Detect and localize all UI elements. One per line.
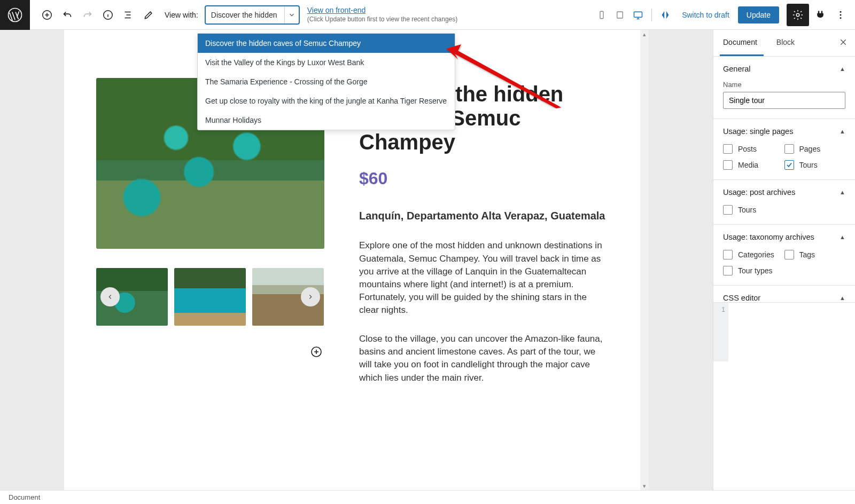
section-title: CSS editor bbox=[723, 294, 760, 302]
info-button[interactable] bbox=[98, 5, 118, 25]
svg-point-8 bbox=[840, 14, 842, 15]
section-usage-single: Usage: single pages ▲ Posts Pages Media bbox=[713, 119, 855, 180]
view-with-input[interactable] bbox=[206, 11, 284, 19]
svg-rect-5 bbox=[634, 12, 642, 17]
carousel-prev-button[interactable] bbox=[100, 287, 120, 306]
checkbox-archive-tours[interactable]: Tours bbox=[723, 205, 845, 215]
checkbox-label: Tour types bbox=[738, 266, 773, 275]
section-usage-post-header[interactable]: Usage: post archives ▲ bbox=[723, 188, 845, 196]
tour-paragraph[interactable]: Explore one of the most hidden and unkno… bbox=[359, 239, 608, 317]
css-textarea[interactable] bbox=[728, 303, 855, 361]
section-usage-taxonomy: Usage: taxonomy archives ▲ Categories Ta… bbox=[713, 225, 855, 286]
view-with-select[interactable] bbox=[205, 5, 300, 25]
scroll-down-icon[interactable]: ▾ bbox=[640, 482, 649, 490]
add-block-inline-button[interactable] bbox=[308, 344, 324, 360]
checkbox-tour-types[interactable]: Tour types bbox=[723, 266, 784, 275]
dropdown-option[interactable]: Get up close to royalty with the king of… bbox=[198, 91, 455, 111]
caret-up-icon: ▲ bbox=[840, 295, 845, 301]
section-title: Usage: single pages bbox=[723, 127, 793, 136]
sidebar-tabs: Document Block bbox=[713, 30, 855, 57]
close-sidebar-button[interactable] bbox=[839, 38, 848, 49]
content-column: Discover the hidden caves of Semuc Champ… bbox=[359, 78, 608, 469]
caret-up-icon: ▲ bbox=[840, 189, 845, 195]
device-mobile-button[interactable] bbox=[594, 5, 610, 25]
svg-rect-3 bbox=[600, 11, 603, 19]
device-desktop-button[interactable] bbox=[630, 5, 646, 25]
outline-button[interactable] bbox=[119, 5, 138, 25]
breadcrumb-item[interactable]: Document bbox=[9, 493, 40, 501]
css-line-gutter: 1 bbox=[713, 303, 728, 361]
plugin-icon[interactable] bbox=[811, 4, 829, 26]
tour-paragraph[interactable]: Close to the village, you can uncover th… bbox=[359, 333, 608, 384]
svg-point-9 bbox=[840, 17, 842, 19]
navigator-toggle-button[interactable] bbox=[657, 5, 673, 25]
thumbnail-carousel bbox=[96, 268, 324, 326]
dropdown-option[interactable]: Visit the Valley of the Kings by Luxor W… bbox=[198, 53, 455, 72]
section-title: General bbox=[723, 65, 751, 73]
section-general-header[interactable]: General ▲ bbox=[723, 65, 845, 73]
toolbar-right-group: Switch to draft Update bbox=[594, 4, 855, 26]
tour-price[interactable]: $60 bbox=[359, 169, 608, 188]
edit-button[interactable] bbox=[139, 5, 158, 25]
undo-button[interactable] bbox=[58, 5, 77, 25]
checkbox-label: Categories bbox=[738, 250, 774, 259]
caret-up-icon: ▲ bbox=[840, 128, 845, 135]
gallery-column bbox=[96, 78, 324, 469]
add-block-button[interactable] bbox=[37, 5, 57, 25]
checkbox-label: Pages bbox=[799, 145, 821, 153]
more-options-button[interactable] bbox=[831, 4, 850, 26]
section-usage-post-archives: Usage: post archives ▲ Tours bbox=[713, 180, 855, 225]
checkbox-pages[interactable]: Pages bbox=[784, 144, 846, 154]
checkbox-label: Tours bbox=[799, 161, 818, 169]
redo-button[interactable] bbox=[78, 5, 97, 25]
name-input[interactable] bbox=[723, 92, 845, 109]
checkbox-tours[interactable]: Tours bbox=[784, 160, 846, 170]
view-with-label: View with: bbox=[165, 11, 198, 19]
front-end-link-group: View on front-end (Click Update button f… bbox=[307, 6, 457, 23]
section-css-editor: CSS editor ▲ bbox=[713, 286, 855, 303]
checkbox-label: Tags bbox=[799, 250, 815, 259]
svg-rect-4 bbox=[617, 12, 623, 18]
section-title: Usage: taxonomy archives bbox=[723, 233, 814, 241]
tab-document[interactable]: Document bbox=[713, 30, 767, 56]
svg-point-6 bbox=[796, 13, 799, 17]
caret-up-icon: ▲ bbox=[840, 66, 845, 72]
checkbox-tags[interactable]: Tags bbox=[784, 250, 846, 259]
section-css-editor-header[interactable]: CSS editor ▲ bbox=[723, 294, 845, 302]
chevron-down-icon[interactable] bbox=[284, 6, 299, 23]
checkbox-label: Tours bbox=[738, 206, 756, 214]
scroll-up-icon[interactable]: ▴ bbox=[640, 30, 649, 38]
view-with-dropdown[interactable]: Discover the hidden caves of Semuc Champ… bbox=[197, 33, 455, 130]
device-tablet-button[interactable] bbox=[612, 5, 628, 25]
checkbox-posts[interactable]: Posts bbox=[723, 144, 784, 154]
carousel-next-button[interactable] bbox=[301, 287, 320, 306]
section-general: General ▲ Name bbox=[713, 57, 855, 119]
section-usage-taxonomy-header[interactable]: Usage: taxonomy archives ▲ bbox=[723, 233, 845, 241]
settings-button[interactable] bbox=[787, 4, 809, 26]
name-field-label: Name bbox=[723, 81, 845, 89]
checkbox-label: Media bbox=[738, 161, 758, 169]
caret-up-icon: ▲ bbox=[840, 234, 845, 240]
toolbar-separator bbox=[651, 9, 652, 21]
checkbox-media[interactable]: Media bbox=[723, 160, 784, 170]
dropdown-option[interactable]: The Samaria Experience - Crossing of the… bbox=[198, 72, 455, 91]
svg-point-7 bbox=[840, 11, 842, 12]
css-editor-body[interactable]: 1 bbox=[713, 303, 855, 361]
tour-location[interactable]: Lanquín, Departamento Alta Verapaz, Guat… bbox=[359, 209, 608, 223]
view-frontend-hint: (Click Update button first to view the r… bbox=[307, 16, 457, 23]
canvas-scrollbar[interactable]: ▴ ▾ bbox=[640, 30, 649, 490]
checkbox-label: Posts bbox=[738, 145, 757, 153]
switch-to-draft-button[interactable]: Switch to draft bbox=[675, 6, 736, 23]
view-frontend-link[interactable]: View on front-end bbox=[307, 6, 457, 14]
wordpress-logo[interactable] bbox=[0, 0, 30, 30]
dropdown-option[interactable]: Munnar Holidays bbox=[198, 111, 455, 130]
update-button[interactable]: Update bbox=[738, 6, 779, 23]
section-usage-single-header[interactable]: Usage: single pages ▲ bbox=[723, 127, 845, 136]
tab-block[interactable]: Block bbox=[767, 30, 804, 56]
settings-sidebar: Document Block General ▲ Name Usage: sin… bbox=[713, 30, 855, 490]
thumbnail-image[interactable] bbox=[174, 268, 246, 326]
section-title: Usage: post archives bbox=[723, 188, 795, 196]
checkbox-categories[interactable]: Categories bbox=[723, 250, 784, 259]
breadcrumb-bar[interactable]: Document bbox=[0, 490, 855, 504]
dropdown-option[interactable]: Discover the hidden caves of Semuc Champ… bbox=[198, 34, 455, 53]
